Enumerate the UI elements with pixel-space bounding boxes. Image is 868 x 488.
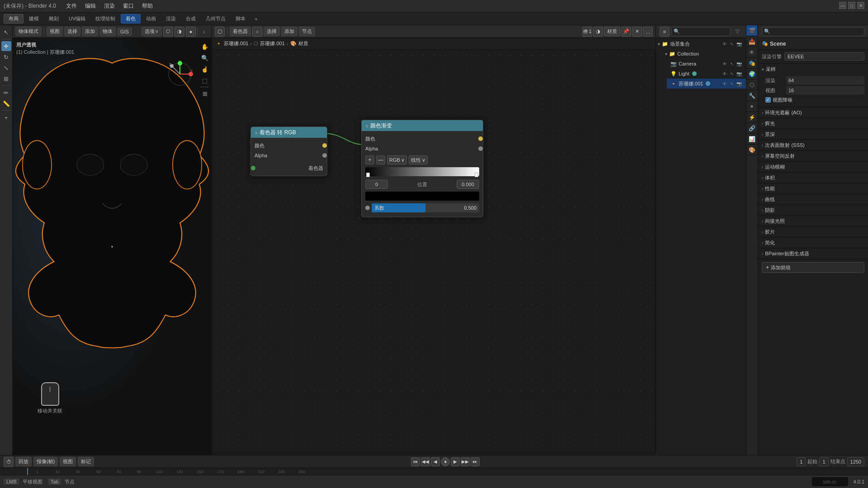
suzanne-vis-sel[interactable]: ↖ — [729, 80, 735, 87]
tool-grab[interactable]: ✋ — [200, 42, 210, 52]
cr-mode-dropdown[interactable]: RGB ∨ — [387, 155, 407, 164]
indirect-section-header[interactable]: › 间接光照 — [758, 216, 868, 227]
add-workspace-btn[interactable]: + — [251, 15, 261, 23]
tool-hand[interactable]: ☝ — [200, 64, 210, 74]
slots-btn[interactable]: 槽 1 — [582, 27, 592, 37]
dof-section-header[interactable]: › 景深 — [758, 129, 868, 140]
props-tab-data[interactable]: 📊 — [746, 134, 757, 145]
menu-window[interactable]: 窗口 — [119, 1, 137, 11]
marker-btn[interactable]: 标记 — [78, 457, 94, 466]
props-tab-particles[interactable]: ✦ — [746, 101, 757, 112]
viewport-samples-field[interactable]: 16 — [786, 86, 864, 94]
mode-dropdown[interactable]: 物体模式 — [15, 27, 42, 36]
light-vis-render[interactable]: 📷 — [736, 70, 742, 77]
timeline-icon[interactable]: ⏱ — [4, 457, 14, 467]
tool-annotate[interactable]: ✏ — [1, 88, 11, 98]
stop-right[interactable] — [475, 173, 478, 177]
vis-render[interactable]: 📷 — [736, 41, 742, 47]
props-tab-render[interactable]: 🎬 — [746, 25, 757, 36]
gradient-bar[interactable] — [365, 167, 479, 176]
tab-uv[interactable]: UV编辑 — [64, 14, 90, 23]
props-tab-object[interactable]: ⬡ — [746, 80, 757, 90]
next-frame-btn[interactable]: ▶ — [451, 457, 460, 466]
panel-toggle[interactable]: › — [199, 27, 209, 37]
tool-add[interactable]: + — [1, 113, 11, 122]
prev-key-btn[interactable]: ◀◀ — [421, 457, 430, 466]
tree-light[interactable]: 💡 Light 👁 ↖ 📷 — [667, 69, 746, 79]
position-value[interactable]: 0.000 — [457, 180, 479, 189]
output-color-socket[interactable] — [322, 143, 327, 148]
viewport-display-btn[interactable]: ⬡ — [163, 27, 173, 37]
tool-rotate[interactable]: ↻ — [1, 52, 11, 62]
ssr-section-header[interactable]: › 屏幕空间反射 — [758, 151, 868, 162]
motion-blur-section-header[interactable]: › 运动模糊 — [758, 162, 868, 173]
object-menu[interactable]: 物体 — [99, 27, 116, 36]
light-vis-eye[interactable]: 👁 — [722, 70, 728, 77]
cr-interpolation-dropdown[interactable]: 线性 ∨ — [409, 155, 428, 164]
factor-slider[interactable]: 系数 0.500 — [372, 203, 479, 212]
tool-measure[interactable]: 📏 — [1, 99, 11, 108]
node-canvas[interactable]: ∨ 着色器 转 RGB 颜色 Alpha — [212, 50, 656, 455]
win-minimize[interactable]: — — [839, 2, 846, 9]
cr-output-color-socket[interactable] — [478, 136, 483, 141]
tree-suzanne[interactable]: 🔸 苏珊娜.001 👁 ↖ 📷 — [667, 79, 746, 89]
suzanne-vis-eye[interactable]: 👁 — [722, 80, 728, 87]
bloom-section-header[interactable]: › 辉光 — [758, 118, 868, 129]
node-menu[interactable]: 节点 — [299, 27, 315, 36]
camera-vis-eye[interactable]: 👁 — [722, 61, 728, 67]
tab-animation[interactable]: 动画 — [142, 14, 160, 23]
render-samples-field[interactable]: 64 — [786, 76, 864, 84]
tab-compositing[interactable]: 合成 — [181, 14, 200, 23]
tab-geometry-nodes[interactable]: 几何节点 — [201, 14, 230, 23]
win-close[interactable]: ✕ — [857, 2, 864, 9]
input-shader-socket[interactable] — [251, 166, 255, 170]
props-tab-world[interactable]: 🌍 — [746, 69, 757, 80]
color-preview[interactable] — [365, 192, 479, 201]
camera-vis-render[interactable]: 📷 — [736, 61, 742, 67]
tab-texture[interactable]: 纹理绘制 — [91, 14, 120, 23]
volume-section-header[interactable]: › 体积 — [758, 173, 868, 183]
light-vis-sel[interactable]: ↖ — [729, 70, 735, 77]
next-key-btn[interactable]: ▶▶ — [461, 457, 470, 466]
filter-btn[interactable]: ▽ — [732, 27, 742, 37]
tool-scale[interactable]: ⤡ — [1, 63, 11, 73]
menu-render[interactable]: 渲染 — [100, 1, 118, 11]
view-menu[interactable]: 视图 — [47, 27, 63, 36]
props-tab-material[interactable]: 🎨 — [746, 145, 757, 155]
shading-btn[interactable]: ◑ — [175, 27, 184, 37]
props-tab-view[interactable]: 👁 — [746, 47, 757, 58]
collapse-icon[interactable]: ∨ — [255, 130, 258, 135]
props-tab-scene[interactable]: 🎭 — [746, 58, 757, 69]
tab-scripting[interactable]: 脚本 — [231, 14, 250, 23]
tab-rendering[interactable]: 渲染 — [161, 14, 180, 23]
cr-add-btn[interactable]: + — [365, 155, 374, 164]
material-name[interactable]: 材质 — [604, 27, 620, 36]
tree-collection[interactable]: ▾ 📁 Collection — [661, 49, 746, 59]
play-pause-btn[interactable]: ● — [441, 457, 450, 466]
playback-dropdown[interactable]: 回放 — [15, 457, 32, 466]
select-menu[interactable]: 选择 — [64, 27, 80, 36]
curves-section-header[interactable]: › 曲线 — [758, 194, 868, 205]
tool-move[interactable]: ✛ — [1, 41, 11, 51]
simplify-section-header[interactable]: › 简化 — [758, 238, 868, 249]
tab-shading[interactable]: 着色 — [121, 14, 141, 23]
render-mode-btn[interactable]: ● — [186, 27, 196, 37]
tool-cursor[interactable]: ↖ — [1, 27, 11, 37]
object-mode-icon[interactable]: ○ — [252, 27, 262, 37]
ao-section-header[interactable]: › 环境光遮蔽 (AO) — [758, 108, 868, 118]
stop-number[interactable]: 0 — [365, 180, 388, 189]
vis-cursor[interactable]: ↖ — [729, 41, 735, 47]
tab-modeling[interactable]: 建模 — [24, 14, 43, 23]
cr-remove-btn[interactable]: — — [376, 155, 385, 164]
jump-end-btn[interactable]: ⏭ — [471, 457, 480, 466]
tool-transform[interactable]: ⊞ — [1, 74, 11, 84]
tool-grid[interactable]: ⊞ — [200, 89, 210, 99]
menu-help[interactable]: 帮助 — [138, 1, 156, 11]
tab-layout[interactable]: 布局 — [4, 14, 24, 23]
options-btn[interactable]: 选项∨ — [142, 27, 162, 36]
more-btn[interactable]: … — [643, 27, 653, 37]
sss-section-header[interactable]: › 次表面散射 (SSS) — [758, 140, 868, 151]
add-menu[interactable]: 添加 — [281, 27, 297, 36]
shader-btn[interactable]: 着色器 — [230, 27, 251, 36]
render-engine-dropdown[interactable]: EEVEE — [784, 52, 864, 61]
